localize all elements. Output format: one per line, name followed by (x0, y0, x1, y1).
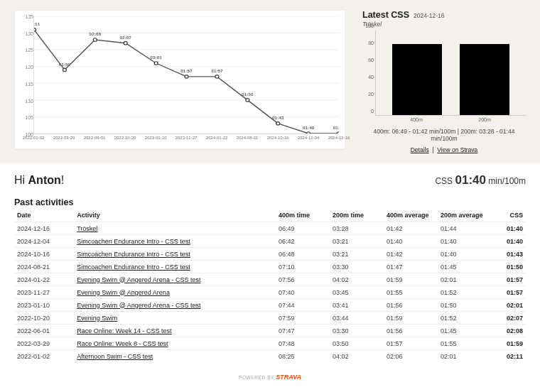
cell-400m-avg: 01:56 (384, 299, 438, 312)
cell-200m-time: 03:45 (330, 286, 384, 299)
cell-400m-avg: 01:42 (384, 222, 438, 235)
cell-css: 01:43 (492, 248, 526, 261)
table-header: CSS (492, 209, 526, 222)
linechart-ytick: 105 (25, 115, 33, 120)
svg-text:02:01: 02:01 (150, 55, 162, 60)
cell-200m-time: 03:30 (330, 325, 384, 337)
linechart-ytick: 120 (25, 65, 33, 70)
table-row: 2023-11-27Evening Swim @ Angered Arena07… (14, 286, 526, 299)
barchart-ytick: 20 (368, 92, 374, 97)
cell-400m-time: 08:25 (276, 350, 330, 363)
svg-point-13 (185, 75, 188, 79)
cell-css: 01:40 (492, 222, 526, 235)
activity-link[interactable]: Evening Swim @ Angered Arena - CSS test (77, 302, 200, 309)
cell-200m-time: 03:21 (330, 235, 384, 248)
svg-text:02:08: 02:08 (90, 31, 102, 36)
linechart-ytick: 110 (25, 98, 33, 103)
svg-text:01:43: 01:43 (272, 115, 284, 120)
svg-text:02:07: 02:07 (119, 35, 131, 40)
cell-400m-time: 07:47 (276, 325, 330, 337)
svg-text:02:11: 02:11 (34, 21, 40, 26)
table-header: 200m time (330, 209, 384, 222)
activity-link[interactable]: Simcoachen Endurance Intro - CSS test (77, 263, 190, 271)
latest-css-panel: Latest CSS 2024-12-16 Tröskel 0204060801… (362, 10, 526, 153)
svg-point-8 (34, 28, 36, 32)
cell-activity: Evening Swim @ Angered Arena - CSS test (74, 299, 276, 312)
cell-css: 01:40 (492, 235, 526, 248)
cell-activity: Simcoachen Endurance Intro - CSS test (74, 248, 276, 261)
barchart-ytick: 100 (365, 23, 374, 28)
activity-link[interactable]: Simcoachen Endurance Intro - CSS test (77, 238, 190, 245)
linechart-ytick: 115 (25, 81, 33, 86)
cell-activity: Race Online: Week 14 - CSS test (74, 325, 276, 337)
cell-400m-time: 06:48 (276, 248, 330, 261)
cell-activity: Evening Swim @ Angered Arena (74, 286, 276, 299)
cell-400m-avg: 01:40 (384, 235, 438, 248)
activity-link[interactable]: Simcoachen Endurance Intro - CSS test (77, 251, 190, 258)
activity-link[interactable]: Evening Swim @ Angered Arena (77, 289, 170, 296)
cell-css: 02:08 (492, 325, 526, 337)
svg-text:01:50: 01:50 (242, 92, 254, 97)
table-row: 2023-01-10Evening Swim @ Angered Arena -… (14, 299, 526, 312)
details-link[interactable]: Details (411, 146, 429, 153)
css-value: 01:40 (455, 173, 485, 187)
footer-text: POWERED BY (239, 375, 274, 380)
activity-link[interactable]: Afternoon Swim - CSS test (77, 353, 153, 360)
cell-200m-avg: 01:45 (438, 261, 492, 273)
svg-text:01:40: 01:40 (303, 125, 315, 130)
bar-400m (392, 44, 442, 115)
table-row: 2024-12-04Simcoachen Endurance Intro - C… (14, 235, 526, 248)
cell-date: 2022-06-01 (14, 325, 74, 337)
latest-css-subtitle: Tröskel (362, 21, 526, 28)
cell-400m-time: 06:49 (276, 222, 330, 235)
linechart-xtick: 2022-10-20 (114, 136, 136, 140)
cell-activity: Tröskel (74, 222, 276, 235)
cell-200m-avg: 01:50 (438, 299, 492, 312)
greeting-punct: ! (61, 174, 64, 186)
cell-200m-avg: 01:40 (438, 235, 492, 248)
table-row: 2024-12-16Tröskel06:4903:2801:4201:4401:… (14, 222, 526, 235)
svg-text:01:57: 01:57 (180, 68, 193, 73)
table-header: 400m time (276, 209, 330, 222)
main-content: Hi Anton! CSS 01:40 min/100m Past activi… (0, 163, 540, 368)
svg-text:01:59: 01:59 (59, 62, 71, 67)
cell-date: 2024-01-22 (14, 273, 74, 286)
cell-400m-avg: 01:55 (384, 286, 438, 299)
barchart-plot (375, 31, 526, 116)
cell-200m-time: 03:44 (330, 312, 384, 325)
cell-200m-avg: 01:52 (438, 312, 492, 325)
activity-link[interactable]: Evening Swim (77, 315, 117, 322)
cell-200m-avg: 02:01 (438, 273, 492, 286)
cell-date: 2024-12-16 (14, 222, 74, 235)
table-row: 2024-10-16Simcoachen Endurance Intro - C… (14, 248, 526, 261)
cell-200m-avg: 01:52 (438, 286, 492, 299)
cell-date: 2024-12-04 (14, 235, 74, 248)
svg-point-9 (63, 68, 66, 72)
greeting: Hi Anton! (14, 174, 64, 187)
cell-activity: Evening Swim (74, 312, 276, 325)
cell-400m-time: 07:40 (276, 286, 330, 299)
svg-text:01:40: 01:40 (333, 125, 339, 130)
bar-label-200m: 200m (478, 117, 491, 122)
cell-400m-time: 06:42 (276, 235, 330, 248)
activity-link[interactable]: Evening Swim @ Angered Arena - CSS test (77, 276, 200, 283)
cell-400m-time: 07:59 (276, 312, 330, 325)
activity-link[interactable]: Race Online: Week 14 - CSS test (77, 327, 171, 334)
greeting-name: Anton (28, 174, 61, 186)
view-on-strava-link[interactable]: View on Strava (437, 146, 477, 153)
svg-point-18 (338, 132, 339, 134)
barchart-ytick: 0 (371, 109, 374, 114)
cell-200m-avg: 02:01 (438, 350, 492, 363)
svg-point-17 (307, 132, 310, 134)
cell-200m-avg: 01:55 (438, 337, 492, 350)
cell-200m-time: 03:21 (330, 248, 384, 261)
footer: POWERED BY STRAVA (0, 374, 540, 381)
activity-link[interactable]: Race Online: Week 8 - CSS test (77, 340, 168, 347)
activity-link[interactable]: Tröskel (77, 225, 97, 232)
latest-css-heading: Latest CSS (362, 10, 409, 20)
cell-200m-time: 04:02 (330, 273, 384, 286)
cell-200m-time: 03:50 (330, 337, 384, 350)
activities-table: DateActivity400m time200m time400m avera… (14, 209, 526, 362)
cell-css: 02:01 (492, 299, 526, 312)
cell-400m-time: 07:56 (276, 273, 330, 286)
